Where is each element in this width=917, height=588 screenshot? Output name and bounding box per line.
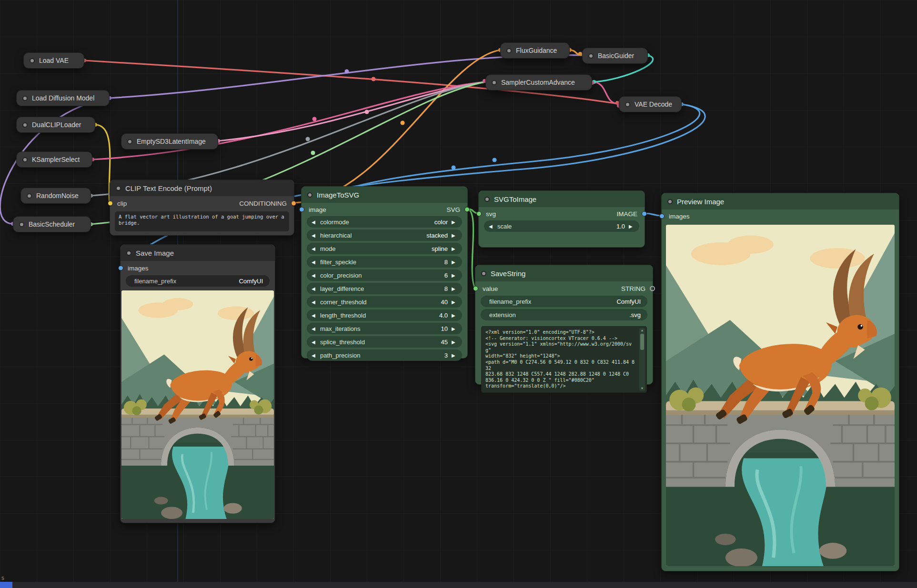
- widget-label: colormode: [320, 219, 349, 226]
- widget-extension[interactable]: extension .svg: [481, 309, 647, 320]
- decrement-arrow-icon[interactable]: ◀: [312, 353, 317, 358]
- increment-arrow-icon[interactable]: ▶: [452, 299, 457, 305]
- increment-arrow-icon[interactable]: ▶: [452, 339, 457, 345]
- node-emptysd3latentimage[interactable]: EmptySD3LatentImage: [121, 133, 218, 149]
- node-header[interactable]: Preview Image: [662, 193, 899, 209]
- node-dualcliploader[interactable]: DualCLIPLoader: [16, 117, 95, 133]
- collapse-dot[interactable]: [116, 186, 121, 191]
- widget-max-iterations[interactable]: ◀ max_iterations 10 ▶: [307, 323, 462, 334]
- collapse-dot[interactable]: [492, 80, 497, 85]
- node-fluxguidance[interactable]: FluxGuidance: [500, 42, 570, 59]
- increment-arrow-icon[interactable]: ▶: [629, 224, 635, 229]
- increment-arrow-icon[interactable]: ▶: [452, 233, 457, 238]
- scroll-down-icon[interactable]: ▼: [641, 386, 644, 391]
- decrement-arrow-icon[interactable]: ◀: [312, 246, 317, 251]
- widget-length-threshold[interactable]: ◀ length_threshold 4.0 ▶: [307, 309, 462, 321]
- increment-arrow-icon[interactable]: ▶: [452, 273, 457, 278]
- increment-arrow-icon[interactable]: ▶: [452, 259, 457, 265]
- image-input-port[interactable]: [299, 207, 304, 212]
- widget-layer-difference[interactable]: ◀ layer_difference 8 ▶: [307, 283, 462, 294]
- decrement-arrow-icon[interactable]: ◀: [312, 339, 317, 345]
- collapse-dot[interactable]: [484, 197, 490, 202]
- node-load-diffusion-model[interactable]: Load Diffusion Model: [16, 90, 110, 106]
- collapse-dot[interactable]: [22, 122, 28, 128]
- decrement-arrow-icon[interactable]: ◀: [312, 326, 317, 331]
- collapse-dot[interactable]: [19, 222, 24, 227]
- node-savestring[interactable]: SaveString value STRING filename_prefix …: [475, 265, 653, 385]
- increment-arrow-icon[interactable]: ▶: [452, 326, 457, 331]
- increment-arrow-icon[interactable]: ▶: [452, 313, 457, 318]
- decrement-arrow-icon[interactable]: ◀: [312, 259, 317, 265]
- node-basicscheduler[interactable]: BasicScheduler: [13, 216, 91, 232]
- node-basicguider[interactable]: BasicGuider: [582, 48, 648, 64]
- conditioning-output-port[interactable]: [291, 201, 296, 206]
- decrement-arrow-icon[interactable]: ◀: [312, 273, 317, 278]
- prompt-textarea[interactable]: A flat vector art illustration of a goat…: [115, 211, 289, 231]
- collapse-dot[interactable]: [506, 48, 512, 53]
- node-ksamplerselect[interactable]: KSamplerSelect: [16, 151, 92, 168]
- decrement-arrow-icon[interactable]: ◀: [489, 224, 494, 229]
- scroll-up-icon[interactable]: ▲: [641, 328, 644, 333]
- collapse-dot[interactable]: [27, 193, 32, 199]
- node-randomnoise[interactable]: RandomNoise: [20, 188, 91, 204]
- node-header[interactable]: CLIP Text Encode (Prompt): [110, 180, 294, 196]
- saved-image-preview: [121, 290, 274, 519]
- node-svgtoimage[interactable]: SVGToImage svg IMAGE ◀ scale 1.0 ▶: [478, 190, 645, 248]
- widget-mode[interactable]: ◀ mode spline ▶: [307, 243, 462, 254]
- collapse-dot[interactable]: [22, 157, 28, 162]
- widget-filename-prefix[interactable]: filename_prefix ComfyUI: [481, 296, 647, 307]
- images-input-port[interactable]: [118, 266, 123, 271]
- node-samplercustomadvance[interactable]: SamplerCustomAdvance: [485, 74, 592, 90]
- images-input-port[interactable]: [659, 214, 665, 219]
- widget-corner-threshold[interactable]: ◀ corner_threshold 40 ▶: [307, 296, 462, 308]
- widget-scale[interactable]: ◀ scale 1.0 ▶: [484, 220, 639, 232]
- node-header[interactable]: Save Image: [121, 245, 275, 261]
- svg-output-port[interactable]: [464, 207, 470, 212]
- widget-colormode[interactable]: ◀ colormode color ▶: [307, 216, 462, 228]
- widget-hierarchical[interactable]: ◀ hierarchical stacked ▶: [307, 229, 462, 241]
- comfyui-canvas[interactable]: Load VAE Load Diffusion Model DualCLIPLo…: [0, 0, 917, 588]
- clip-input-port[interactable]: [108, 201, 113, 206]
- node-header[interactable]: ImageToSVG: [302, 187, 467, 203]
- node-save-image[interactable]: Save Image images filename_prefix ComfyU…: [120, 244, 275, 523]
- value-input-port[interactable]: [473, 286, 478, 291]
- decrement-arrow-icon[interactable]: ◀: [312, 299, 317, 305]
- scrollbar-thumb[interactable]: [640, 334, 644, 350]
- node-load-vae[interactable]: Load VAE: [23, 52, 84, 69]
- collapse-dot[interactable]: [30, 58, 35, 63]
- node-clip-text-encode[interactable]: CLIP Text Encode (Prompt) clip CONDITION…: [110, 179, 294, 236]
- decrement-arrow-icon[interactable]: ◀: [312, 219, 317, 225]
- collapse-dot[interactable]: [126, 250, 131, 256]
- collapse-dot[interactable]: [307, 192, 312, 198]
- image-output-port[interactable]: [642, 211, 647, 217]
- increment-arrow-icon[interactable]: ▶: [452, 353, 457, 358]
- widget-path-precision[interactable]: ◀ path_precision 3 ▶: [307, 349, 462, 361]
- node-header[interactable]: SVGToImage: [479, 191, 645, 207]
- input-slot-label: svg: [486, 210, 496, 218]
- node-header[interactable]: SaveString: [475, 265, 653, 281]
- increment-arrow-icon[interactable]: ▶: [452, 246, 457, 251]
- decrement-arrow-icon[interactable]: ◀: [312, 313, 317, 318]
- svg-source-preview[interactable]: <?xml version="1.0" encoding="UTF-8"?> <…: [481, 326, 647, 393]
- widget-value: spline: [432, 245, 448, 252]
- decrement-arrow-icon[interactable]: ◀: [312, 233, 317, 238]
- collapse-dot[interactable]: [667, 199, 673, 204]
- widget-splice-threshold[interactable]: ◀ splice_threshold 45 ▶: [307, 336, 462, 348]
- widget-color-precision[interactable]: ◀ color_precision 6 ▶: [307, 269, 462, 281]
- collapse-dot[interactable]: [481, 271, 486, 276]
- node-preview-image[interactable]: Preview Image images: [661, 193, 899, 571]
- collapse-dot[interactable]: [588, 53, 594, 59]
- widget-filename-prefix[interactable]: filename_prefix ComfyUI: [126, 275, 270, 287]
- decrement-arrow-icon[interactable]: ◀: [312, 286, 317, 291]
- collapse-dot[interactable]: [625, 102, 630, 107]
- scrollbar[interactable]: ▲ ▼: [639, 328, 645, 391]
- widget-filter-speckle[interactable]: ◀ filter_speckle 8 ▶: [307, 256, 462, 268]
- node-imagetosvg[interactable]: ImageToSVG image SVG ◀ colormode color ▶…: [301, 186, 468, 359]
- increment-arrow-icon[interactable]: ▶: [452, 219, 457, 225]
- collapse-dot[interactable]: [127, 139, 132, 144]
- svg-input-port[interactable]: [476, 211, 482, 217]
- node-vae-decode[interactable]: VAE Decode: [619, 96, 682, 112]
- collapse-dot[interactable]: [22, 96, 28, 101]
- string-output-port[interactable]: [650, 286, 655, 291]
- increment-arrow-icon[interactable]: ▶: [452, 286, 457, 291]
